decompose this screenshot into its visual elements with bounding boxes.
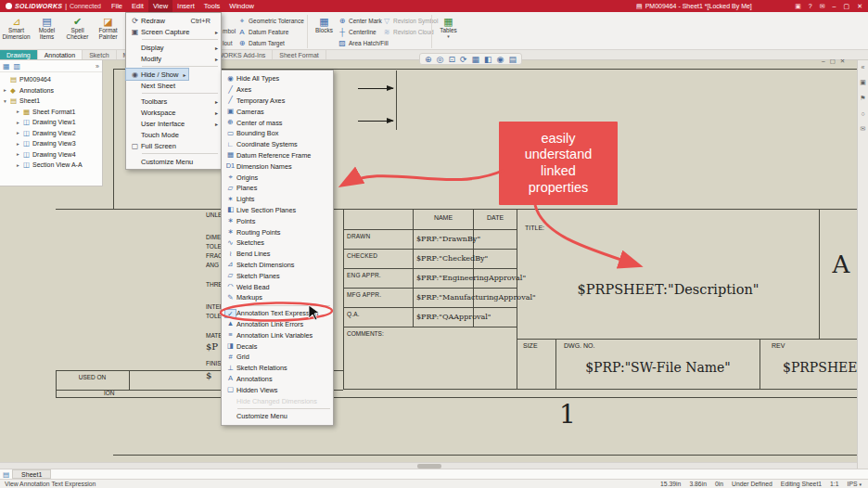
view-menu-item[interactable] <box>142 39 218 40</box>
hide-show-menu-item[interactable]: ▦ Datum Reference Frame <box>222 150 333 161</box>
hide-show-menu-item[interactable]: ◨ Decals <box>222 340 333 352</box>
hide-show-menu-item[interactable]: Hide Changed Dimensions <box>222 395 333 406</box>
expand-arrow-icon[interactable]: ▸ <box>17 120 23 125</box>
feedback-icon[interactable]: ✉ <box>820 3 825 10</box>
menubar-item[interactable]: Edit <box>127 0 148 12</box>
help-icon[interactable]: ? <box>809 3 812 9</box>
view-menu-item[interactable]: ▣ Screen Capture <box>126 26 221 37</box>
ribbon-tab[interactable]: Sketch <box>83 50 116 59</box>
hide-show-menu-item[interactable]: ✓ Annotation Text Expression <box>222 308 333 319</box>
hide-show-menu-item[interactable]: ╱ Temporary Axes <box>222 96 333 107</box>
expand-arrow-icon[interactable]: ▾ <box>4 98 10 104</box>
view-menu-item[interactable]: User Interface <box>126 118 221 129</box>
hide-show-menu-item[interactable]: ≀ Bend Lines <box>222 249 333 260</box>
feature-tree-item[interactable]: ▸ ◫ Drawing View1 <box>0 117 102 128</box>
blocks-button[interactable]: ▦ Blocks <box>310 14 338 48</box>
close-icon[interactable]: ✕ <box>857 3 862 10</box>
view-menu-item[interactable]: Customize Menu <box>126 156 221 167</box>
ribbon-tab[interactable]: Sheet Format <box>273 50 326 59</box>
menubar-item[interactable]: Tools <box>199 0 225 12</box>
expand-arrow-icon[interactable]: ▸ <box>4 87 10 93</box>
view-menu-item[interactable] <box>142 66 218 67</box>
hide-show-menu-item[interactable]: ◠ Weld Bead <box>222 281 333 292</box>
expand-arrow-icon[interactable]: ▸ <box>17 109 23 114</box>
tables-button[interactable]: ▦ Tables ▾ <box>434 14 463 48</box>
unit-system-selector[interactable]: IPS ▾ <box>848 481 862 487</box>
approval-row-value[interactable]: $PRP:"ManufacturingApproval" <box>414 289 474 307</box>
menubar-item[interactable]: File <box>107 0 127 12</box>
feature-tree-root[interactable]: ▤ PM009464 <box>0 74 102 85</box>
hide-show-menu-item[interactable]: ◉ Hide All Types <box>222 73 333 84</box>
hide-show-menu-item[interactable]: ▭ Bounding Box <box>222 128 333 139</box>
sheet-list-icon[interactable]: ▤ <box>0 470 12 479</box>
view-menu-item[interactable]: Modify <box>126 53 221 64</box>
view-menu-item[interactable] <box>142 153 218 154</box>
hide-show-menu-item[interactable]: Customize Menu <box>222 411 333 422</box>
hide-show-menu-item[interactable]: ✶ Lights <box>222 194 333 205</box>
3dexperience-icon[interactable]: ▣ <box>795 3 801 10</box>
task-pane-icon[interactable]: ✉ <box>861 125 866 133</box>
view-menu-item[interactable] <box>142 93 218 94</box>
approval-row-value[interactable]: $PRP:"QAApproval" <box>414 308 474 327</box>
hide-show-menu-item[interactable]: ▢ Hidden Views <box>222 384 333 395</box>
panel-expand-icon[interactable]: » <box>96 63 99 70</box>
hide-show-menu-item[interactable]: ▣ Cameras <box>222 106 333 117</box>
minimize-icon[interactable]: – <box>833 3 836 9</box>
doc-close-icon[interactable]: ✕ <box>840 58 845 65</box>
ribbon-button[interactable]: ▽ Revision Symbol <box>382 16 438 26</box>
rev-property-text[interactable]: $PRPSHEET: <box>783 360 868 375</box>
view-menu-item[interactable]: ◉ Hide / Show <box>126 69 188 80</box>
ribbon-button[interactable]: ✔ Spell Checker <box>63 14 92 48</box>
view-menu-item[interactable]: Display <box>126 42 221 53</box>
hide-show-menu-item[interactable]: ◧ Live Section Planes <box>222 205 333 216</box>
view-menu-item[interactable]: Touch Mode <box>126 129 221 140</box>
ribbon-button[interactable]: ⊿ Smart Dimension <box>2 14 31 48</box>
hide-show-menu-item[interactable]: ╱ Axes <box>222 84 333 96</box>
menubar-item[interactable]: Window <box>224 0 259 12</box>
hide-show-menu-item[interactable]: ∟ Coordinate Systems <box>222 139 333 150</box>
view-menu-item[interactable]: ⟳ Redraw Ctrl+R <box>126 15 221 26</box>
properties-tab-icon[interactable]: ▥ <box>14 62 21 71</box>
ribbon-button[interactable]: ◪ Format Painter <box>94 14 122 48</box>
hide-show-menu-item[interactable]: ≡ Annotation Link Variables <box>222 329 333 340</box>
approval-row-value[interactable]: $PRP:"DrawnBy" <box>414 230 474 249</box>
doc-minimize-icon[interactable]: – <box>822 58 825 65</box>
hide-show-menu-item[interactable]: ∗ Points <box>222 215 333 226</box>
hide-show-menu-item[interactable]: ⊕ Center of mass <box>222 117 333 128</box>
hide-show-menu-item[interactable]: ▲ Annotation Link Errors <box>222 319 333 330</box>
ribbon-button[interactable]: ≋ Revision Cloud <box>382 27 438 37</box>
ribbon-button[interactable]: ▤ Model Items <box>32 14 61 48</box>
view-menu-item[interactable]: Workspace <box>126 107 221 118</box>
view-menu-item[interactable]: Toolbars <box>126 96 221 107</box>
menubar-item[interactable]: View <box>148 0 172 12</box>
ribbon-button[interactable]: ┼ Centerline <box>338 27 389 37</box>
featuremanager-tab-icon[interactable]: ▦ <box>3 62 10 71</box>
hide-show-menu-item[interactable] <box>237 408 330 409</box>
approval-row-value[interactable]: $PRP:"CheckedBy" <box>414 250 474 268</box>
hide-show-menu-item[interactable]: D1 Dimension Names <box>222 161 333 172</box>
ribbon-tab[interactable]: Annotation <box>38 50 83 59</box>
hide-show-menu-item[interactable]: ⌖ Origins <box>222 172 333 183</box>
expand-arrow-icon[interactable]: ▸ <box>17 151 23 157</box>
ribbon-button[interactable]: ⌖ Geometric Tolerance <box>237 16 304 26</box>
headsup-tool-icon[interactable]: ▦ <box>472 55 480 64</box>
feature-tree-item[interactable]: ▸ ◫ Section View A-A <box>0 160 102 171</box>
maximize-icon[interactable]: ▢ <box>844 3 850 10</box>
headsup-tool-icon[interactable]: ◧ <box>484 55 492 64</box>
filename-property-text[interactable]: $PRP:"SW-File Name" <box>556 360 760 375</box>
feature-tree-item[interactable]: ▸ ◫ Drawing View2 <box>0 128 102 139</box>
horizontal-scrollbar[interactable] <box>0 462 857 469</box>
expand-arrow-icon[interactable]: ▸ <box>17 130 23 135</box>
doc-restore-icon[interactable]: ▢ <box>830 58 836 65</box>
hide-show-menu-item[interactable]: ⊿ Sketch Dimensions <box>222 260 333 271</box>
task-pane-icon[interactable]: ▣ <box>860 79 866 86</box>
sheet-tab[interactable]: Sheet1 <box>12 469 51 479</box>
hide-show-menu-item[interactable]: # Grid <box>222 352 333 363</box>
hide-show-menu-item[interactable]: ∿ Sketches <box>222 238 333 249</box>
hide-show-menu-item[interactable]: ▱ Planes <box>222 183 333 194</box>
feature-tree-item[interactable]: ▸ ▦ Sheet Format1 <box>0 107 102 118</box>
ribbon-button[interactable]: A Datum Feature <box>237 27 304 37</box>
hide-show-menu-item[interactable]: ▱ Sketch Planes <box>222 270 333 281</box>
headsup-tool-icon[interactable]: ▤ <box>508 55 517 64</box>
task-pane-icon[interactable]: ⚑ <box>860 95 865 102</box>
